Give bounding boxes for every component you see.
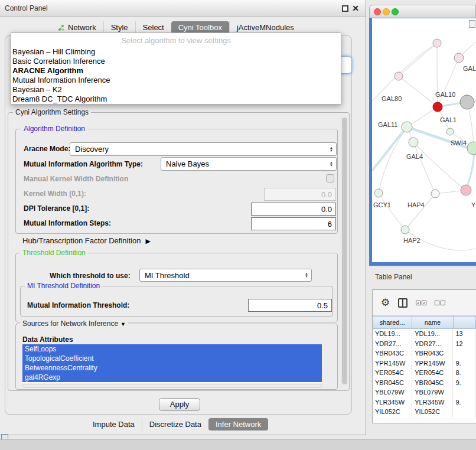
node-label: Y	[471, 201, 476, 208]
mi-algorithm-type-select[interactable]: Naive Bayes ▲▼	[161, 157, 337, 171]
mi-threshold-label: Mutual Information Threshold:	[27, 301, 129, 309]
aracne-mode-select[interactable]: Discovery ▲▼	[70, 142, 337, 156]
tab-select[interactable]: Select	[135, 21, 171, 34]
node-label: GCY1	[373, 201, 391, 208]
control-panel: Control Panel ✕ Network Style Select Cyn…	[0, 0, 366, 435]
algorithm-definition-title: Algorithm Definition	[21, 125, 87, 133]
sources-group-title[interactable]: Sources for Network Inference▼	[20, 319, 128, 328]
table-row[interactable]: YBL079W YBL079W	[373, 387, 476, 397]
node-gal10-highlighted[interactable]	[433, 102, 442, 112]
tab-cyni-toolbox[interactable]: Cyni Toolbox	[171, 21, 229, 34]
network-overview-box[interactable]	[469, 20, 475, 28]
cyni-bottom-tabs: Impute Data Discretize Data Infer Networ…	[86, 418, 268, 431]
mi-steps-input[interactable]	[251, 217, 336, 230]
algorithm-option[interactable]: Dream8 DC_TDC Algorithm	[11, 94, 341, 104]
table-row[interactable]: YER054C YER054C 8.	[373, 368, 476, 378]
tab-network[interactable]: Network	[51, 21, 103, 34]
algorithm-select-popup: Select algorithm to view settings Bayesi…	[11, 32, 341, 105]
threshold-definition-title: Threshold Definition	[20, 249, 88, 257]
float-window-icon[interactable]	[342, 5, 348, 12]
tab-impute-data[interactable]: Impute Data	[86, 418, 142, 431]
kernel-width-input[interactable]	[264, 188, 336, 201]
node-label: SWI4	[451, 139, 467, 146]
node[interactable]	[401, 226, 409, 234]
mi-threshold-group-title: MI Threshold Definition	[25, 282, 102, 290]
manual-kernel-width-label: Manual Kernel Width Definition	[24, 175, 128, 183]
node-label: HAP2	[403, 237, 420, 244]
control-panel-title: Control Panel	[5, 4, 48, 12]
tab-discretize-data[interactable]: Discretize Data	[142, 418, 208, 431]
node-label: GAL	[463, 65, 476, 72]
minimize-traffic-light[interactable]	[383, 8, 390, 15]
dpi-tolerance-input[interactable]	[251, 203, 336, 216]
algorithm-option-aracne[interactable]: ARACNE Algorithm	[11, 66, 341, 76]
hub-section-toggle[interactable]: Hub/Transcription Factor Definition▶	[22, 236, 151, 245]
status-bar	[0, 439, 476, 450]
tab-infer-network[interactable]: Infer Network	[208, 418, 268, 431]
close-icon[interactable]: ✕	[351, 3, 360, 14]
which-threshold-select[interactable]: MI Threshold ▲▼	[139, 269, 312, 282]
which-threshold-label: Which threshold to use:	[50, 272, 131, 280]
attributes-hscrollbar[interactable]	[22, 384, 322, 388]
network-canvas[interactable]: GAL80 GAL10 GAL11 GAL1 SWI4 GAL4 GCY1 HA…	[369, 18, 476, 266]
node[interactable]	[431, 190, 439, 198]
attribute-item-selected[interactable]: TopologicalCoefficient	[22, 354, 322, 363]
tab-network-label: Network	[68, 23, 96, 32]
attribute-item-selected[interactable]: BetweennessCentrality	[22, 363, 322, 373]
table-row[interactable]: YLR345W YLR345W 9.	[373, 397, 476, 407]
node-label: GAL80	[382, 95, 402, 102]
network-window-titlebar[interactable]	[369, 5, 476, 18]
table-row[interactable]: YDR27... YDR27... 12	[373, 339, 476, 349]
close-traffic-light[interactable]	[374, 8, 381, 15]
table-toolbar: ⚙ ✓✓	[373, 290, 476, 316]
column-header-name[interactable]: name	[412, 316, 453, 329]
node-label: HAP4	[407, 201, 425, 208]
tab-jactivemnodules[interactable]: jActiveMNodules	[229, 21, 301, 34]
network-tab-icon	[58, 24, 65, 31]
apply-button[interactable]: Apply	[159, 398, 200, 411]
gear-icon[interactable]: ⚙	[381, 296, 390, 309]
zoom-traffic-light[interactable]	[392, 8, 399, 15]
attribute-item-selected[interactable]: SelfLoops	[22, 344, 322, 354]
node-label: GAL4	[406, 153, 423, 160]
node[interactable]	[467, 142, 476, 155]
table-row[interactable]: YIL052C YIL052C	[373, 407, 476, 417]
algorithm-option[interactable]: Basic Correlation Inference	[11, 57, 341, 66]
control-panel-titlebar: Control Panel	[0, 0, 366, 17]
table-row[interactable]: YPR145W YPR145W 9.	[373, 358, 476, 369]
node[interactable]	[460, 95, 474, 109]
node[interactable]	[461, 185, 471, 195]
node[interactable]	[433, 39, 441, 47]
node[interactable]	[395, 72, 403, 80]
data-attributes-label: Data Attributes	[22, 335, 73, 344]
data-attributes-list: SelfLoops TopologicalCoefficient Between…	[22, 344, 322, 383]
node-label: GAL1	[440, 116, 457, 123]
table-row[interactable]: YBR045C YBR045C 9.	[373, 378, 476, 388]
manual-kernel-width-checkbox[interactable]	[326, 174, 334, 182]
table-header-row: shared... name	[373, 316, 476, 329]
node[interactable]	[402, 122, 412, 132]
table-row[interactable]: YDL19... YDL19... 13	[373, 329, 476, 339]
node[interactable]	[454, 53, 464, 63]
tab-style[interactable]: Style	[103, 21, 135, 34]
column-header-partial[interactable]	[454, 316, 476, 329]
deselect-all-checkboxes-icon[interactable]	[435, 301, 445, 305]
node[interactable]	[446, 128, 454, 135]
columns-icon[interactable]	[398, 298, 407, 308]
table-body: YDL19... YDL19... 13 YDR27... YDR27... 1…	[373, 329, 476, 417]
combo-stepper-icon: ▲▼	[302, 272, 311, 278]
collapse-arrow-icon: ▼	[120, 321, 126, 327]
aracne-mode-label: Aracne Mode:	[24, 145, 70, 153]
attribute-item-selected[interactable]: gal4RGexp	[22, 373, 322, 382]
column-header-shared-name[interactable]: shared...	[373, 316, 412, 329]
algorithm-option[interactable]: Bayesian – Hill Climbing	[11, 47, 341, 57]
node[interactable]	[374, 189, 383, 197]
mi-threshold-input[interactable]	[248, 299, 332, 312]
algorithm-option[interactable]: Mutual Information Inference	[11, 76, 341, 85]
select-all-checkboxes-icon[interactable]: ✓✓	[416, 301, 426, 305]
algorithm-option[interactable]: Bayesian – K2	[11, 85, 341, 94]
settings-scrollbar-thumb[interactable]	[342, 118, 347, 384]
table-row[interactable]: YBR043C YBR043C	[373, 348, 476, 358]
node[interactable]	[409, 138, 418, 147]
expand-arrow-icon: ▶	[145, 237, 150, 245]
